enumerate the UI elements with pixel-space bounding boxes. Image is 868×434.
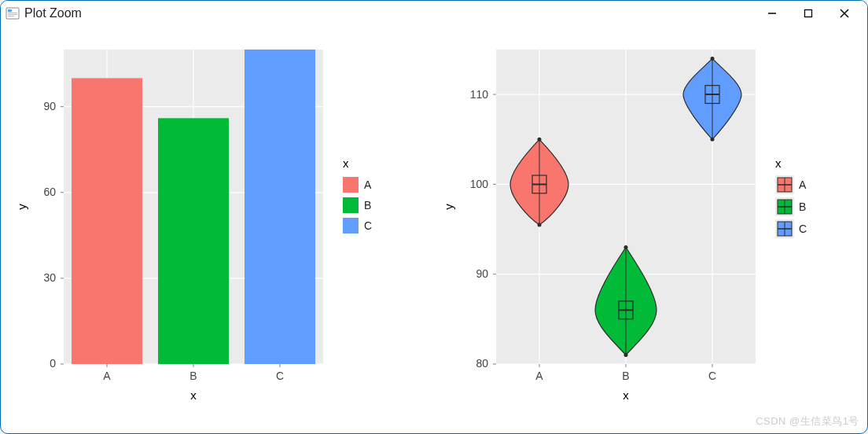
y-tick-label: 30 <box>43 271 56 284</box>
y-axis-title: y <box>15 204 28 210</box>
close-button[interactable] <box>826 1 862 26</box>
svg-point-38 <box>538 138 542 142</box>
svg-rect-3 <box>8 14 17 15</box>
app-icon <box>6 6 20 20</box>
legend-title: x <box>343 156 349 170</box>
y-tick-label: 90 <box>43 100 56 112</box>
x-tick-label: B <box>189 370 197 382</box>
bar-chart: 0 30 60 90 A B C x y x A B <box>15 50 372 402</box>
x-tick-label: B <box>622 370 629 382</box>
legend-entry: B <box>364 199 371 211</box>
maximize-button[interactable] <box>790 1 826 26</box>
svg-rect-4 <box>8 16 14 17</box>
svg-rect-2 <box>8 13 17 13</box>
svg-point-48 <box>711 57 715 61</box>
x-tick-label: C <box>708 370 716 382</box>
svg-rect-6 <box>805 10 812 17</box>
svg-rect-24 <box>343 177 359 193</box>
legend-entry: C <box>364 219 372 232</box>
y-tick-label: 0 <box>50 357 56 370</box>
titlebar[interactable]: Plot Zoom <box>1 1 867 26</box>
y-tick-label: 80 <box>476 357 488 370</box>
y-tick-label: 60 <box>43 186 56 198</box>
violin-legend: x A B <box>775 156 807 238</box>
window-frame: Plot Zoom <box>0 0 868 434</box>
window-title: Plot Zoom <box>24 6 82 20</box>
svg-point-43 <box>624 245 628 249</box>
svg-rect-1 <box>8 9 12 12</box>
plot-area: 0 30 60 90 A B C x y x A B <box>1 26 867 433</box>
bar-legend: x A B C <box>343 156 372 234</box>
y-tick-label: 110 <box>470 88 489 101</box>
svg-rect-26 <box>343 218 359 234</box>
svg-point-39 <box>538 223 542 226</box>
bar-C <box>245 50 315 364</box>
x-tick-label: A <box>103 370 111 382</box>
x-tick-label: C <box>276 370 284 382</box>
legend-entry: A <box>364 178 372 191</box>
minimize-button[interactable] <box>754 1 790 26</box>
watermark: CSDN @生信菜鸟1号 <box>756 414 859 428</box>
bar-A <box>72 78 142 364</box>
violin-chart: 80 90 100 110 A B C x y x <box>442 50 807 402</box>
legend-entry: B <box>799 200 806 213</box>
x-axis-title: x <box>190 388 197 402</box>
svg-rect-25 <box>343 197 359 213</box>
y-tick-label: 100 <box>470 178 489 190</box>
svg-point-49 <box>711 138 715 142</box>
y-axis-title: y <box>442 204 455 210</box>
legend-entry: C <box>799 223 807 235</box>
bar-B <box>158 118 229 364</box>
legend-title: x <box>775 156 782 170</box>
y-tick-label: 90 <box>476 267 488 280</box>
legend-entry: A <box>799 178 807 191</box>
x-axis-title: x <box>623 388 629 402</box>
svg-point-44 <box>624 353 628 357</box>
x-tick-label: A <box>535 370 543 382</box>
